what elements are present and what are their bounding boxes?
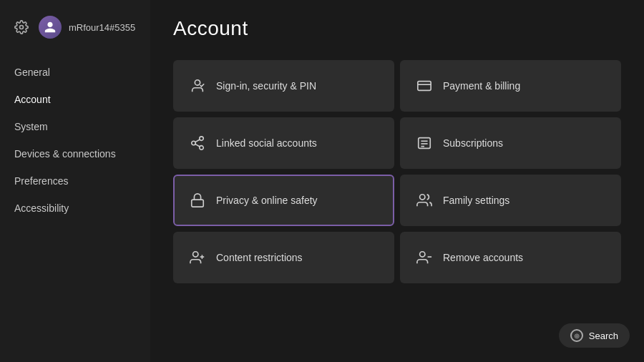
sidebar-item-devices[interactable]: Devices & connections [0, 140, 150, 167]
linked-social-label: Linked social accounts [216, 137, 317, 150]
svg-point-1 [195, 80, 200, 85]
svg-point-15 [193, 252, 198, 257]
svg-rect-2 [418, 82, 431, 91]
svg-point-18 [420, 252, 425, 257]
grid-item-remove[interactable]: Remove accounts [400, 232, 621, 283]
svg-line-7 [195, 144, 200, 147]
page-title: Account [173, 17, 621, 40]
svg-point-5 [192, 141, 196, 145]
svg-point-14 [420, 195, 425, 200]
sign-in-icon [189, 77, 206, 94]
privacy-label: Privacy & online safety [216, 194, 318, 207]
subscriptions-label: Subscriptions [443, 137, 503, 150]
search-circle-icon: ⊕ [570, 329, 583, 342]
sidebar-item-account[interactable]: Account [0, 86, 150, 113]
sidebar-item-accessibility[interactable]: Accessibility [0, 195, 150, 222]
grid-item-privacy[interactable]: Privacy & online safety [173, 175, 394, 226]
content-label: Content restrictions [216, 251, 303, 264]
grid-item-family[interactable]: Family settings [400, 175, 621, 226]
sidebar-nav: General Account System Devices & connect… [0, 53, 150, 228]
svg-point-4 [200, 137, 204, 141]
sidebar-header: mRfour14#5355 [0, 9, 150, 53]
username-label: mRfour14#5355 [69, 22, 135, 33]
remove-accounts-icon [416, 249, 433, 266]
payment-label: Payment & billing [443, 79, 520, 92]
sidebar: mRfour14#5355 General Account System Dev… [0, 0, 150, 362]
search-label: Search [589, 331, 618, 341]
linked-social-icon [189, 134, 206, 152]
sidebar-item-general[interactable]: General [0, 59, 150, 86]
search-button[interactable]: ⊕ Search [559, 323, 630, 348]
privacy-icon [189, 192, 206, 209]
svg-point-0 [20, 26, 24, 29]
grid-item-subscriptions[interactable]: Subscriptions [400, 117, 621, 169]
grid-item-payment[interactable]: Payment & billing [400, 60, 621, 112]
sidebar-item-system[interactable]: System [0, 113, 150, 140]
remove-accounts-label: Remove accounts [443, 251, 523, 264]
account-grid: Sign-in, security & PIN Payment & billin… [173, 60, 621, 283]
grid-item-sign-in[interactable]: Sign-in, security & PIN [173, 60, 394, 112]
family-label: Family settings [443, 194, 509, 207]
svg-line-8 [195, 140, 200, 142]
content-icon [189, 249, 206, 266]
subscriptions-icon [416, 134, 433, 152]
sign-in-label: Sign-in, security & PIN [216, 79, 316, 92]
grid-item-linked-social[interactable]: Linked social accounts [173, 117, 394, 169]
grid-item-content[interactable]: Content restrictions [173, 232, 394, 283]
settings-icon[interactable] [11, 17, 31, 37]
svg-rect-13 [192, 200, 204, 207]
avatar [39, 16, 62, 39]
family-icon [416, 192, 433, 209]
main-content: Account Sign-in, security & PIN Paymen [150, 0, 644, 362]
svg-point-6 [200, 146, 204, 150]
payment-icon [416, 77, 433, 94]
sidebar-item-preferences[interactable]: Preferences [0, 167, 150, 195]
